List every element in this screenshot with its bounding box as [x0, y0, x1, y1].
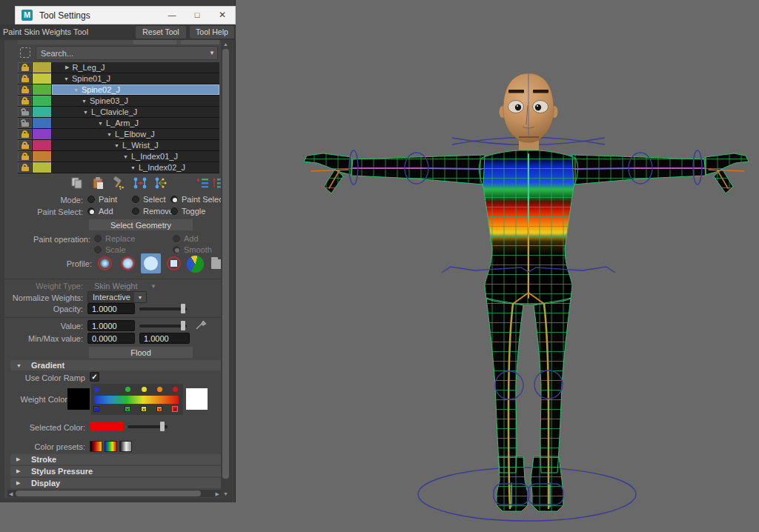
unlock-icon[interactable] [18, 107, 32, 117]
vertical-scroll-thumb[interactable] [222, 49, 229, 479]
color-preset-rainbow[interactable] [105, 441, 117, 452]
ramp-stop-marker[interactable]: ✕ [125, 406, 130, 412]
influence-color-swatch[interactable] [33, 162, 51, 173]
selected-color-slider[interactable] [127, 421, 168, 432]
copy-weights-icon[interactable] [70, 176, 84, 190]
paint-select-option-add[interactable]: Add [87, 207, 113, 216]
influence-color-swatch[interactable] [33, 107, 51, 117]
skeleton-bones[interactable] [311, 154, 744, 508]
influence-row[interactable]: ▼L_Wrist_J [18, 140, 219, 151]
color-ramp-bar[interactable] [94, 396, 179, 404]
brush-soft-icon[interactable] [118, 253, 138, 273]
ramp-stop-handle[interactable] [142, 387, 147, 392]
expand-arrow-icon[interactable]: ▼ [114, 143, 119, 148]
lock-icon[interactable] [18, 140, 32, 150]
vertical-scrollbar[interactable]: ▲ ▼ [221, 40, 231, 498]
search-dropdown-icon[interactable]: ▼ [209, 50, 215, 56]
viewport-canvas[interactable] [236, 0, 759, 532]
influence-row[interactable]: ▼L_Elbow_J [18, 129, 219, 140]
lock-icon[interactable] [18, 62, 32, 73]
reset-tool-button[interactable]: Reset Tool [136, 26, 186, 39]
influence-color-swatch[interactable] [33, 96, 51, 106]
expand-arrow-icon[interactable]: ▼ [73, 87, 79, 93]
brush-square-icon[interactable] [164, 253, 184, 273]
influence-color-swatch[interactable] [33, 62, 51, 73]
scroll-up-icon[interactable]: ▲ [223, 41, 228, 47]
section-expanded-icon[interactable]: ▼ [16, 363, 25, 368]
scroll-down-icon[interactable]: ▼ [223, 491, 228, 496]
influence-row[interactable]: ▼L_Clavicle_J [18, 107, 219, 118]
collapse-arrow-icon[interactable]: ▶ [65, 64, 69, 70]
opacity-slider[interactable] [139, 303, 187, 314]
paint-attribute-sphere-icon[interactable] [187, 256, 204, 273]
tool-help-button[interactable]: Tool Help [190, 26, 234, 39]
value-field[interactable] [87, 320, 135, 331]
brush-gaussian-icon[interactable] [95, 253, 115, 273]
lock-icon[interactable] [18, 96, 32, 106]
influence-color-swatch[interactable] [33, 129, 51, 139]
character-head[interactable] [500, 73, 558, 142]
mode-option-select[interactable]: Select [132, 195, 166, 204]
ramp-stop-handle[interactable] [94, 387, 99, 392]
dropdown-arrow-icon[interactable]: ▼ [134, 292, 146, 302]
ramp-stop-marker-selected[interactable]: ✕ [172, 406, 178, 412]
brush-solid-icon[interactable] [141, 253, 161, 273]
ramp-stop-handle[interactable] [125, 387, 130, 392]
selected-color-swatch[interactable] [90, 422, 124, 431]
influence-color-swatch[interactable] [33, 73, 51, 84]
expand-arrow-icon[interactable]: ▼ [107, 132, 112, 137]
viewport[interactable] [236, 0, 759, 532]
move-influences-icon[interactable] [132, 176, 147, 190]
influence-color-swatch[interactable] [33, 151, 51, 162]
flood-button[interactable]: Flood [88, 346, 193, 359]
lock-icon[interactable] [18, 73, 32, 84]
value-slider[interactable] [139, 320, 187, 331]
gradient-section-header[interactable]: ▼ Gradient [10, 360, 224, 370]
section-collapsed-icon[interactable]: ▶ [16, 468, 25, 474]
weight-color-black-swatch[interactable] [67, 388, 90, 410]
sort-alphabetically-icon[interactable] [196, 176, 211, 190]
section-collapsed-icon[interactable]: ▶ [16, 480, 25, 486]
lock-icon[interactable] [18, 129, 32, 139]
show-influence-icon[interactable] [153, 176, 168, 190]
influences-sort-button-clipped[interactable] [133, 40, 176, 44]
ramp-stop-marker[interactable]: ✕ [141, 406, 147, 412]
influence-color-swatch[interactable] [33, 118, 51, 128]
horizontal-scrollbar[interactable]: ◀ ▶ [7, 490, 221, 497]
influence-row[interactable]: ▼L_Index02_J [18, 162, 219, 173]
close-button[interactable]: ✕ [210, 7, 235, 24]
marquee-select-icon[interactable] [20, 47, 30, 58]
lock-icon[interactable] [18, 151, 32, 162]
paste-weights-icon[interactable] [90, 176, 105, 190]
maximize-button[interactable]: □ [185, 7, 210, 24]
min-value-field[interactable] [87, 333, 135, 344]
ramp-stop-marker[interactable]: ✕ [93, 406, 99, 412]
influence-row[interactable]: ▼Spine03_J [18, 96, 219, 107]
stylus-pressure-section-header[interactable]: ▶ Stylus Pressure [10, 466, 224, 476]
stroke-section-header[interactable]: ▶ Stroke [10, 454, 224, 465]
scroll-right-icon[interactable]: ▶ [216, 491, 219, 497]
opacity-field[interactable] [87, 303, 135, 314]
influences-filter-button-clipped[interactable] [181, 40, 219, 44]
color-ramp-widget[interactable]: ✕ ✕ ✕ ✕ ✕ [91, 384, 183, 415]
ramp-stop-marker[interactable]: ✕ [156, 406, 162, 412]
expand-arrow-icon[interactable]: ▼ [98, 121, 103, 126]
lock-icon[interactable] [18, 84, 32, 95]
influence-row[interactable]: ▶R_Leg_J [18, 62, 219, 73]
weight-hammer-icon[interactable] [111, 176, 126, 190]
expand-arrow-icon[interactable]: ▼ [83, 110, 88, 115]
expand-arrow-icon[interactable]: ▼ [130, 165, 136, 170]
expand-arrow-icon[interactable]: ▼ [123, 154, 128, 159]
paint-select-option-toggle[interactable]: Toggle [170, 207, 205, 216]
search-input[interactable] [36, 46, 218, 60]
section-collapsed-icon[interactable]: ▶ [16, 456, 25, 462]
mode-option-paint[interactable]: Paint [87, 195, 117, 204]
select-geometry-button[interactable]: Select Geometry [88, 219, 193, 231]
lock-icon[interactable] [18, 162, 32, 173]
ramp-stop-handle[interactable] [157, 387, 162, 392]
influence-row[interactable]: ▼Spine01_J [18, 73, 219, 84]
eyedropper-icon[interactable] [194, 318, 208, 331]
normalize-weights-dropdown[interactable]: Interactive ▼ [87, 291, 147, 303]
max-value-field[interactable] [139, 333, 190, 344]
use-color-ramp-checkbox[interactable]: ✓ [90, 372, 99, 382]
